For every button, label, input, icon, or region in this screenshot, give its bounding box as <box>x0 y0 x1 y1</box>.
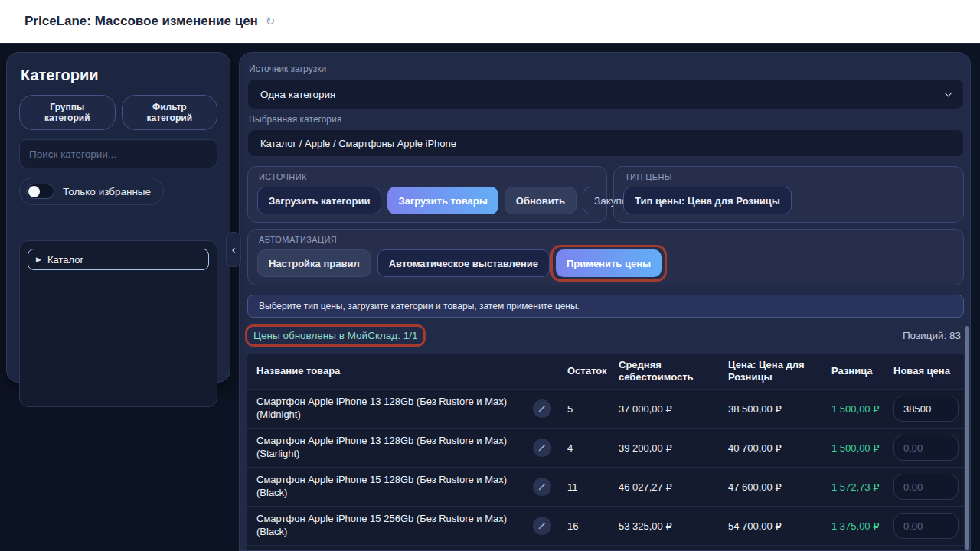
avg-cost-value: 37 000,00 ₽ <box>604 403 719 415</box>
price-value: 40 700,00 ₽ <box>719 442 822 454</box>
product-name: Смартфон Apple iPhone 13 128Gb (Без Rust… <box>247 429 529 466</box>
diff-value: 1 572,73 ₽ <box>822 481 887 493</box>
new-price-input[interactable] <box>893 396 959 422</box>
stock-value: 5 <box>555 403 604 415</box>
table-body: Смартфон Apple iPhone 13 128Gb (Без Rust… <box>247 389 964 551</box>
status-message: Цены обновлены в МойСклад: 1/1 <box>253 330 417 341</box>
source-group: ИСТОЧНИК Загрузить категории Загрузить т… <box>247 166 607 223</box>
stock-value: 16 <box>555 520 604 532</box>
tree-item-label: Каталог <box>47 254 83 266</box>
table-row: Смартфон Apple iPhone 15 256Gb (Без Rust… <box>247 506 964 545</box>
source-group-legend: ИСТОЧНИК <box>259 172 597 181</box>
rules-settings-button[interactable]: Настройка правил <box>257 249 371 277</box>
avg-cost-value: 53 325,00 ₽ <box>604 520 719 532</box>
category-filter-button[interactable]: Фильтр категорий <box>122 95 217 130</box>
category-search-input[interactable] <box>19 139 217 168</box>
table-row: Смартфон Apple iPhone 15 128Gb (Без Rust… <box>247 467 964 506</box>
table-scrollbar[interactable] <box>965 326 969 550</box>
auto-pricing-button[interactable]: Автоматическое выставление <box>377 249 550 277</box>
toggle-switch[interactable] <box>26 184 54 199</box>
header-price: Цена: Цена для Розницы <box>719 359 822 383</box>
chevron-left-icon: ‹ <box>232 243 236 256</box>
diff-value: 1 375,00 ₽ <box>822 520 887 532</box>
favorites-toggle-label: Только избранные <box>63 186 151 197</box>
automation-group: АВТОМАТИЗАЦИЯ Настройка правил Автоматич… <box>247 229 964 285</box>
selected-category-field[interactable]: Каталог / Apple / Смартфоны Apple iPhone <box>247 129 964 157</box>
load-categories-button[interactable]: Загрузить категории <box>257 187 381 214</box>
edit-icon[interactable] <box>533 478 551 496</box>
table-header: Название товара Остаток Средняя себестои… <box>247 354 964 389</box>
app-header: PriceLane: Массовое изменение цен ↻ <box>0 0 980 44</box>
products-table: Название товара Остаток Средняя себестои… <box>247 354 964 551</box>
status-row: Цены обновлены в МойСклад: 1/1 Позиций: … <box>247 326 964 344</box>
price-type-group: ТИП ЦЕНЫ Тип цены: Цена для Розницы <box>613 166 964 223</box>
header-diff: Разница <box>822 365 887 377</box>
product-name: Смартфон Apple iPhone 13 128Gb (Без Rust… <box>247 390 529 427</box>
new-price-input[interactable] <box>893 435 959 461</box>
stock-value: 4 <box>555 442 604 454</box>
favorites-toggle[interactable]: Только избранные <box>19 178 164 205</box>
new-price-input[interactable] <box>893 474 959 500</box>
page-title: PriceLane: Массовое изменение цен <box>24 14 258 29</box>
source-select-value: Одна категория <box>260 89 335 100</box>
category-buttons: Группы категорий Фильтр категорий <box>19 95 217 130</box>
header-product-name: Название товара <box>247 365 529 377</box>
avg-cost-value: 46 027,27 ₽ <box>604 481 719 493</box>
main-panel: Источник загрузки Одна категория Выбранн… <box>239 52 971 551</box>
load-products-button[interactable]: Загрузить товары <box>387 187 498 214</box>
header-new-price: Новая цена <box>887 365 964 377</box>
table-row: Смартфон Apple iPhone 15 Pro 256Gb (Без … <box>247 545 964 551</box>
apply-prices-button[interactable]: Применить цены <box>556 249 662 277</box>
stock-value: 11 <box>555 481 604 493</box>
category-tree: ▶ Каталог <box>19 240 217 407</box>
edit-icon[interactable] <box>533 439 551 457</box>
collapse-sidebar-button[interactable]: ‹ <box>226 232 241 267</box>
tree-item-catalog[interactable]: ▶ Каталог <box>28 249 209 270</box>
source-select[interactable]: Одна категория <box>247 79 964 109</box>
header-stock: Остаток <box>555 365 604 377</box>
product-name: Смартфон Apple iPhone 15 256Gb (Без Rust… <box>247 507 529 544</box>
automation-legend: АВТОМАТИЗАЦИЯ <box>259 235 954 244</box>
source-label: Источник загрузки <box>249 64 964 74</box>
new-price-input[interactable] <box>893 513 959 539</box>
price-value: 38 500,00 ₽ <box>719 403 822 415</box>
price-value: 47 600,00 ₽ <box>719 481 822 493</box>
selected-category-label: Выбранная категория <box>249 114 964 125</box>
table-row: Смартфон Apple iPhone 13 128Gb (Без Rust… <box>247 428 964 467</box>
toggle-knob <box>28 186 40 197</box>
header-avg-cost: Средняя себестоимость <box>604 359 719 383</box>
diff-value: 1 500,00 ₽ <box>822 442 887 454</box>
category-groups-button[interactable]: Группы категорий <box>19 95 116 130</box>
hint-bar: Выберите тип цены, загрузите категории и… <box>247 295 964 318</box>
diff-value: 1 500,00 ₽ <box>822 403 887 415</box>
edit-icon[interactable] <box>533 517 551 535</box>
categories-title: Категории <box>21 67 217 84</box>
price-type-legend: ТИП ЦЕНЫ <box>625 172 954 181</box>
chevron-down-icon <box>945 89 952 96</box>
avg-cost-value: 39 200,00 ₽ <box>604 442 719 454</box>
refresh-icon[interactable]: ↻ <box>266 15 276 28</box>
table-row: Смартфон Apple iPhone 13 128Gb (Без Rust… <box>247 389 964 428</box>
product-name: Смартфон Apple iPhone 15 128Gb (Без Rust… <box>247 468 529 505</box>
controls-row: ИСТОЧНИК Загрузить категории Загрузить т… <box>247 166 964 223</box>
hint-text: Выберите тип цены, загрузите категории и… <box>259 301 580 311</box>
caret-right-icon[interactable]: ▶ <box>36 256 41 263</box>
categories-panel: Категории Группы категорий Фильтр катего… <box>6 52 230 383</box>
positions-count: Позиций: 83 <box>903 330 961 341</box>
edit-icon[interactable] <box>533 399 551 418</box>
refresh-button[interactable]: Обновить <box>505 187 577 214</box>
price-type-button[interactable]: Тип цены: Цена для Розницы <box>623 187 792 214</box>
selected-category-value: Каталог / Apple / Смартфоны Apple iPhone <box>260 138 456 149</box>
product-name: Смартфон Apple iPhone 15 Pro 256Gb (Без … <box>247 546 529 551</box>
price-value: 54 700,00 ₽ <box>719 520 822 532</box>
